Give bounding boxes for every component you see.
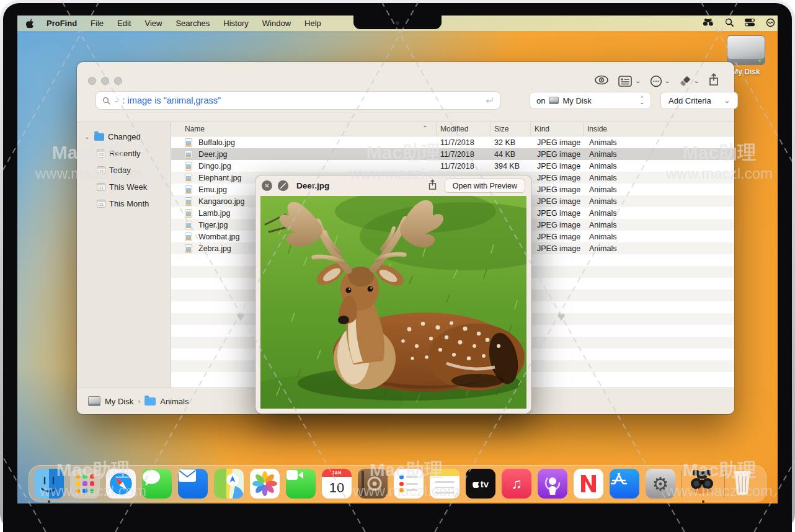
menu-item-window[interactable]: Window [262,19,291,28]
dock: JAN 10 tv ♫ [29,465,766,502]
siri-menu-icon[interactable] [766,18,775,29]
dock-mail-icon[interactable] [178,469,208,499]
sort-ascending-icon[interactable]: ⌃ [422,125,427,131]
more-options-button[interactable]: ⌄ [650,75,670,87]
sidebar-item-changed[interactable]: ⌄ Changed [77,128,171,145]
dock-launchpad-icon[interactable] [70,469,100,499]
actions-button[interactable]: ⌄ [679,75,700,87]
reminders-list [399,475,418,492]
quicklook-title: Deer.jpg [296,181,329,190]
folder-icon [94,133,104,141]
apple-menu-icon[interactable] [26,19,34,28]
sidebar-item-this-week[interactable]: This Week [77,179,171,195]
path-disk-label[interactable]: My Disk [105,397,133,406]
dock-facetime-icon[interactable] [286,469,316,499]
path-folder-label[interactable]: Animals [160,397,189,406]
share-button[interactable] [708,73,719,89]
dock-finder-icon[interactable] [34,469,64,499]
table-row[interactable]: Dingo.jpg11/7/2018394 KBJPEG imageAnimal… [171,160,734,172]
notes-lines [435,481,455,494]
table-row-selected[interactable]: Deer.jpg11/7/201844 KBJPEG imageAnimals [171,148,734,160]
control-center-icon[interactable] [745,18,755,29]
menu-item-view[interactable]: View [144,19,162,28]
menu-item-edit[interactable]: Edit [117,19,131,28]
scope-popup-button[interactable]: on My Disk ⌃⌄ [530,92,651,109]
column-header-inside[interactable]: Inside [583,122,607,136]
binoculars-menu-icon[interactable] [703,18,714,29]
preview-eye-button[interactable] [594,74,609,88]
dock-tv-icon[interactable]: tv [466,469,495,499]
scope-on-label: on [536,96,545,105]
calendar-icon [97,200,105,208]
jpeg-file-icon [185,209,192,218]
quicklook-close-button[interactable]: ✕ [262,180,272,191]
running-indicator [702,500,704,503]
zoom-window-button[interactable] [114,77,122,85]
column-header-size[interactable]: Size [490,122,530,136]
calendar-month-label: JAN [322,469,352,477]
menu-item-help[interactable]: Help [304,19,321,28]
column-header-modified[interactable]: Modified [436,122,490,136]
dock-reminders-icon[interactable] [394,469,424,499]
folder-icon [144,397,156,406]
jpeg-file-icon [185,244,192,253]
dock-profind-icon[interactable] [688,469,718,499]
quicklook-window: ✕ Deer.jpg Open with Preview [255,175,531,414]
menu-item-searches[interactable]: Searches [175,19,210,28]
dock-separator [682,470,682,497]
sidebar-item-today[interactable]: Today [77,162,171,179]
dock-contacts-icon[interactable] [358,469,388,499]
menu-item-file[interactable]: File [91,19,104,28]
menu-item-history[interactable]: History [223,19,248,28]
search-icon [102,97,110,105]
display-notch [353,16,442,29]
add-criteria-label: Add Criteria [668,96,711,105]
jpeg-file-icon [185,185,192,194]
dock-messages-icon[interactable] [142,469,172,499]
jpeg-file-icon [185,221,192,229]
quicklook-fullscreen-button[interactable] [278,180,288,191]
dock-maps-icon[interactable] [214,469,244,499]
column-header-kind[interactable]: Kind [530,122,583,136]
close-window-button[interactable] [88,77,96,85]
disk-icon [549,97,559,104]
running-indicator [48,500,50,503]
view-options-button[interactable]: ⌄ [618,76,641,87]
dock-safari-icon[interactable] [106,469,136,499]
quicklook-share-icon[interactable] [428,179,437,193]
hard-drive-icon [727,35,765,65]
dock-calendar-icon[interactable]: JAN 10 [322,469,352,499]
sidebar-item-label: This Month [109,199,149,208]
dock-trash-icon[interactable] [731,469,761,499]
open-with-preview-button[interactable]: Open with Preview [445,179,525,193]
spotlight-search-icon[interactable] [725,18,734,29]
dock-notes-icon[interactable] [430,469,460,499]
jpeg-file-icon [185,162,192,171]
sidebar-item-label: Today [109,166,131,175]
dock-music-icon[interactable]: ♫ [502,469,531,499]
add-criteria-button[interactable]: Add Criteria ⌄ [660,92,738,109]
sidebar-item-label: Recently [109,149,141,158]
dock-photos-icon[interactable] [250,469,280,499]
scope-disk-label: My Disk [562,96,591,105]
table-header: Name ⌃ Modified Size Kind Inside [171,122,734,136]
jpeg-file-icon [185,174,192,182]
sidebar-item-recently[interactable]: Recently [77,145,171,162]
jpeg-file-icon [185,150,192,159]
return-arrow-icon [485,95,494,106]
dock-appstore-icon[interactable] [610,469,639,499]
chevron-down-icon: ⌄ [724,97,730,105]
table-row[interactable]: Buffalo.jpg11/7/201832 KBJPEG imageAnima… [171,136,734,148]
sidebar-item-this-month[interactable]: This Month [77,195,171,212]
search-input[interactable]: ⌄ : image is "animal,grass" [95,91,500,110]
disclosure-triangle-icon[interactable]: ⌄ [84,133,91,140]
updown-chevrons-icon: ⌃⌄ [639,97,644,104]
column-header-name[interactable]: Name [171,122,436,136]
jpeg-file-icon [185,197,192,206]
dock-news-icon[interactable] [574,469,603,499]
dock-podcasts-icon[interactable] [538,469,567,499]
chevron-down-icon: ⌄ [635,77,641,85]
menu-app-name[interactable]: ProFind [47,19,77,28]
minimize-window-button[interactable] [101,77,109,85]
dock-settings-icon[interactable]: ⚙ [646,469,675,499]
